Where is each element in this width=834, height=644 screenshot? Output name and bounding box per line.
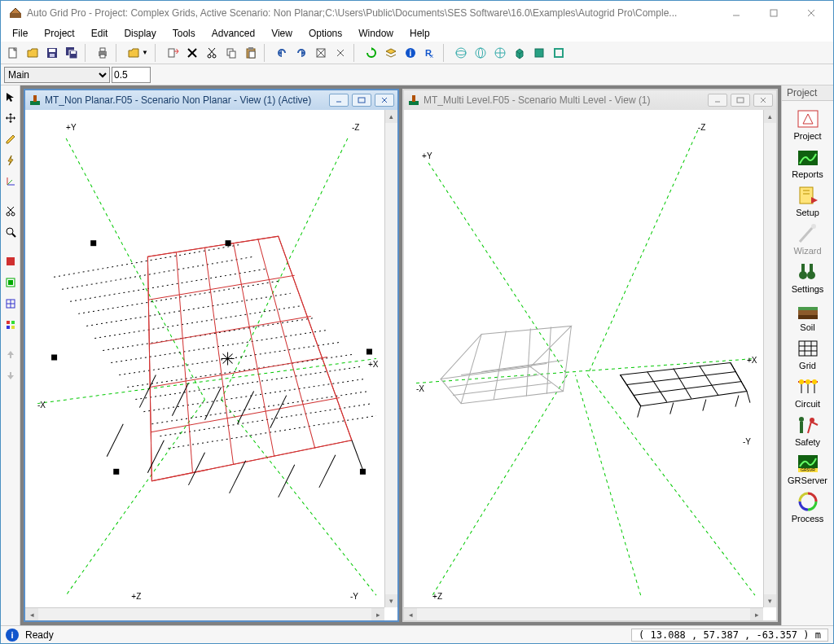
panel-tab-project[interactable]: Project — [782, 85, 833, 101]
move-icon[interactable] — [2, 110, 19, 126]
svg-line-85 — [62, 256, 254, 289]
child-minimize-button[interactable] — [708, 94, 727, 107]
child-maximize-button[interactable] — [731, 94, 750, 107]
svg-line-167 — [670, 403, 674, 414]
svg-rect-59 — [8, 280, 13, 285]
open-icon[interactable] — [24, 44, 42, 62]
svg-line-106 — [148, 275, 294, 300]
arrow-up-icon[interactable] — [2, 346, 19, 362]
horizontal-scrollbar[interactable] — [404, 607, 763, 620]
menu-tools[interactable]: Tools — [166, 26, 202, 41]
svg-point-178 — [807, 271, 815, 279]
svg-line-115 — [270, 396, 287, 428]
panel-item-grserver[interactable]: GRSVR GRServer — [785, 450, 831, 487]
export-icon[interactable] — [164, 44, 182, 62]
box-a-icon[interactable] — [511, 44, 529, 62]
panel-item-circuit[interactable]: Circuit — [785, 374, 831, 410]
scissors-icon[interactable] — [2, 203, 19, 219]
circuit-icon — [795, 375, 821, 398]
svg-text:+X: +X — [368, 360, 379, 369]
merge-icon[interactable] — [331, 44, 349, 62]
redo-icon[interactable] — [292, 44, 310, 62]
child-close-button[interactable] — [753, 94, 773, 107]
globe-b-icon[interactable] — [472, 44, 489, 62]
menu-help[interactable]: Help — [403, 26, 437, 41]
pencil-icon[interactable] — [2, 131, 19, 147]
save-all-icon[interactable] — [63, 44, 81, 62]
svg-point-18 — [208, 55, 211, 58]
panel-item-soil[interactable]: Soil — [785, 297, 831, 334]
svg-line-93 — [127, 354, 352, 387]
zoom-icon[interactable] — [2, 224, 19, 240]
box-b-icon[interactable] — [530, 44, 548, 62]
pointer-icon[interactable] — [2, 89, 19, 105]
globe-a-icon[interactable] — [452, 44, 470, 62]
child-minimize-button[interactable] — [329, 94, 349, 107]
child-window-title-non-planar[interactable]: MT_Non Planar.F05 - Scenario Non Planar … — [25, 90, 397, 110]
panel-item-process[interactable]: Process — [785, 488, 831, 525]
child-close-button[interactable] — [375, 94, 394, 107]
svg-rect-11 — [71, 51, 76, 54]
viewport-non-planar[interactable]: +Y -Z -X +X +Z -Y — [25, 110, 384, 607]
panel-item-reports[interactable]: Reports — [785, 144, 831, 181]
zoom-input[interactable] — [112, 67, 151, 83]
globe-c-icon[interactable] — [491, 44, 509, 62]
red-doc-icon[interactable] — [2, 253, 19, 269]
svg-text:i: i — [410, 49, 412, 58]
grid-icon — [795, 337, 821, 360]
maximize-button[interactable] — [755, 2, 792, 24]
arrow-down-icon[interactable] — [2, 367, 19, 383]
svg-point-35 — [456, 50, 466, 55]
transform-icon[interactable] — [312, 44, 330, 62]
panel-item-grid[interactable]: Grid — [785, 335, 831, 372]
menu-project[interactable]: Project — [37, 26, 81, 41]
menu-view[interactable]: View — [265, 26, 299, 41]
horizontal-scrollbar[interactable] — [25, 607, 384, 620]
vertical-scrollbar[interactable] — [384, 110, 397, 607]
child-window-title-multi-level[interactable]: MT_Multi Level.F05 - Scenario Multi Leve… — [404, 90, 776, 110]
child-maximize-button[interactable] — [352, 94, 371, 107]
save-icon[interactable] — [43, 44, 61, 62]
green-doc-icon[interactable] — [2, 274, 19, 291]
svg-text:-X: -X — [416, 384, 424, 393]
panel-item-wizard[interactable]: Wizard — [785, 221, 831, 257]
panel-item-settings[interactable]: Settings — [785, 259, 831, 296]
palette-icon[interactable] — [2, 317, 19, 333]
menu-window[interactable]: Window — [352, 26, 400, 41]
close-button[interactable] — [792, 2, 830, 24]
layer-select[interactable]: Main — [4, 67, 110, 83]
svg-rect-196 — [800, 422, 803, 433]
refresh-icon[interactable] — [362, 44, 380, 62]
vertical-scrollbar[interactable] — [763, 110, 776, 607]
info-toolbar-icon[interactable]: i — [402, 44, 419, 62]
print-icon[interactable] — [94, 44, 112, 62]
bolt-icon[interactable] — [2, 152, 19, 169]
box-c-icon[interactable] — [550, 44, 568, 62]
undo-icon[interactable] — [273, 44, 291, 62]
svg-line-141 — [588, 130, 698, 375]
menu-options[interactable]: Options — [302, 26, 349, 41]
settings-icon — [795, 261, 821, 283]
cut-icon[interactable] — [203, 44, 221, 62]
folder-dropdown-icon[interactable]: ▼ — [125, 44, 151, 62]
axis-icon[interactable] — [2, 173, 19, 190]
svg-line-54 — [7, 207, 13, 212]
menu-display[interactable]: Display — [117, 26, 162, 41]
delete-icon[interactable] — [183, 44, 201, 62]
panel-item-safety[interactable]: Safety — [785, 412, 831, 449]
rx-icon[interactable]: Rx — [421, 44, 439, 62]
panel-item-setup[interactable]: Setup — [785, 182, 831, 219]
paste-icon[interactable] — [242, 44, 260, 62]
svg-line-116 — [107, 424, 123, 457]
menu-edit[interactable]: Edit — [85, 26, 115, 41]
minimize-button[interactable] — [718, 2, 755, 24]
grid-sel-icon[interactable] — [2, 296, 19, 312]
menu-advanced[interactable]: Advanced — [205, 26, 261, 41]
new-doc-icon[interactable] — [4, 44, 22, 62]
menu-file[interactable]: File — [6, 26, 34, 41]
panel-item-project[interactable]: Project — [785, 106, 831, 142]
viewport-multi-level[interactable]: +Y -Z -X +X +Z -Y — [404, 110, 763, 607]
copy-icon[interactable] — [222, 44, 240, 62]
child-window-icon — [29, 94, 42, 107]
layers-icon[interactable] — [382, 44, 400, 62]
